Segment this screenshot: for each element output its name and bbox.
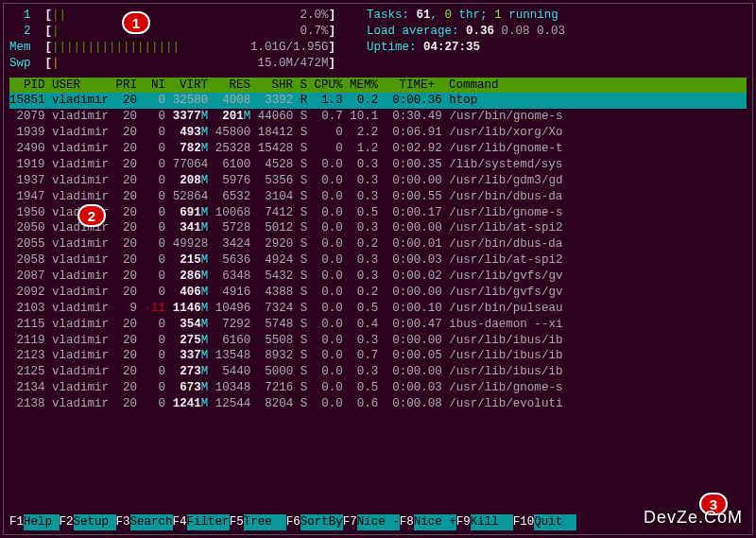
process-row[interactable]: 2119 vladimir 20 0 275M 6160 5508 S 0.0 … <box>9 333 747 349</box>
cpu-bar-1: 1 [|| 2.0%] <box>9 8 340 24</box>
fnkey-F5[interactable]: F5 <box>230 515 244 529</box>
process-row[interactable]: 2134 vladimir 20 0 673M 10348 7216 S 0.0… <box>9 380 747 396</box>
process-row[interactable]: 1937 vladimir 20 0 208M 5976 5356 S 0.0 … <box>9 173 747 189</box>
process-row[interactable]: 2490 vladimir 20 0 782M 25328 15428 S 0 … <box>9 141 747 157</box>
annotation-1: 1 <box>122 11 150 34</box>
process-row[interactable]: 2087 vladimir 20 0 286M 6348 5432 S 0.0 … <box>9 269 747 285</box>
process-row[interactable]: 1950 vladimir 20 0 691M 10068 7412 S 0.0… <box>9 205 747 221</box>
process-row[interactable]: 2123 vladimir 20 0 337M 13548 8932 S 0.0… <box>9 348 747 364</box>
mem-bar: Mem [|||||||||||||||||| 1.01G/1.95G] <box>9 40 340 56</box>
process-row[interactable]: 2079 vladimir 20 0 3377M 201M 44060 S 0.… <box>9 109 747 125</box>
process-row[interactable]: 2055 vladimir 20 0 49928 3424 2920 S 0.0… <box>9 236 747 252</box>
fnkey-F4[interactable]: F4 <box>173 515 187 529</box>
uptime-line: Uptime: 04:27:35 <box>367 40 565 56</box>
fnkey-F3[interactable]: F3 <box>116 515 130 529</box>
process-row[interactable]: 15851 vladimir 20 0 32580 4008 3392 R 1.… <box>9 93 747 109</box>
fnkey-F2[interactable]: F2 <box>60 515 74 529</box>
process-row[interactable]: 1939 vladimir 20 0 493M 45800 18412 S 0 … <box>9 125 747 141</box>
load-line: Load average: 0.36 0.08 0.03 <box>367 24 565 40</box>
process-row[interactable]: 2050 vladimir 20 0 341M 5728 5012 S 0.0 … <box>9 220 747 236</box>
meters-column: 1 [|| 2.0%] 2 [| 0.7%]Mem [|||||||||||||… <box>9 8 340 72</box>
terminal-window[interactable]: 1 [|| 2.0%] 2 [| 0.7%]Mem [|||||||||||||… <box>3 3 753 535</box>
cpu-bar-2: 2 [| 0.7%] <box>9 24 340 40</box>
process-row[interactable]: 2092 vladimir 20 0 406M 4916 4388 S 0.0 … <box>9 285 747 301</box>
fnkey-F10[interactable]: F10 <box>513 515 535 529</box>
process-row[interactable]: 2138 vladimir 20 0 1241M 12544 8204 S 0.… <box>9 396 747 412</box>
process-row[interactable]: 2125 vladimir 20 0 273M 5440 5000 S 0.0 … <box>9 364 747 380</box>
process-row[interactable]: 2103 vladimir 9 -11 1146M 10496 7324 S 0… <box>9 301 747 317</box>
function-key-bar[interactable]: F1Help F2Setup F3SearchF4FilterF5Tree F6… <box>9 514 747 530</box>
process-row[interactable]: 1947 vladimir 20 0 52864 6532 3104 S 0.0… <box>9 189 747 205</box>
process-row[interactable]: 2058 vladimir 20 0 215M 5636 4924 S 0.0 … <box>9 252 747 269</box>
watermark: DevZe.CoM <box>644 506 743 529</box>
stats-column: Tasks: 61, 0 thr; 1 running Load average… <box>367 8 565 72</box>
fnkey-F7[interactable]: F7 <box>343 515 357 529</box>
annotation-2: 2 <box>77 204 106 227</box>
fnkey-F8[interactable]: F8 <box>400 515 414 529</box>
summary-area: 1 [|| 2.0%] 2 [| 0.7%]Mem [|||||||||||||… <box>9 8 747 72</box>
fnkey-F6[interactable]: F6 <box>286 515 301 529</box>
fnkey-F9[interactable]: F9 <box>456 515 471 529</box>
swap-bar: Swp [| 15.0M/472M] <box>9 56 340 72</box>
process-row[interactable]: 2115 vladimir 20 0 354M 7292 5748 S 0.0 … <box>9 317 747 333</box>
column-headers[interactable]: PID USER PRI NI VIRT RES SHR S CPU% MEM%… <box>9 78 747 94</box>
fnkey-F1[interactable]: F1 <box>9 515 24 529</box>
tasks-line: Tasks: 61, 0 thr; 1 running <box>367 8 565 24</box>
process-list[interactable]: 15851 vladimir 20 0 32580 4008 3392 R 1.… <box>9 93 747 412</box>
process-row[interactable]: 1919 vladimir 20 0 77064 6100 4528 S 0.0… <box>9 157 747 173</box>
